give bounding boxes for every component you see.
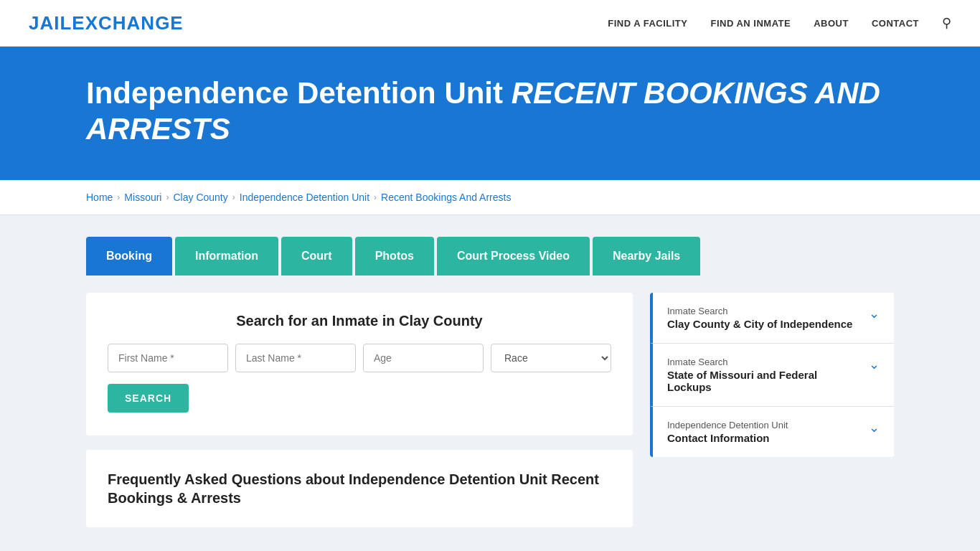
sidebar-item-label-0: Inmate Search <box>667 306 852 316</box>
age-input[interactable] <box>363 344 484 372</box>
chevron-down-icon-0: ⌄ <box>869 306 880 321</box>
breadcrumb: Home › Missouri › Clay County › Independ… <box>86 192 894 203</box>
breadcrumb-sep-3: › <box>232 192 235 202</box>
search-icon-button[interactable]: ⚲ <box>942 15 951 31</box>
hero-section: Independence Detention Unit RECENT BOOKI… <box>0 47 980 180</box>
breadcrumb-clay-county[interactable]: Clay County <box>173 192 227 203</box>
sidebar-item-inmate-search-clay[interactable]: Inmate Search Clay County & City of Inde… <box>650 293 894 344</box>
faq-title: Frequently Asked Questions about Indepen… <box>108 470 611 507</box>
search-title: Search for an Inmate in Clay County <box>108 313 611 329</box>
sidebar-card: Inmate Search Clay County & City of Inde… <box>650 293 894 457</box>
breadcrumb-home[interactable]: Home <box>86 192 113 203</box>
sidebar-item-label-2: Independence Detention Unit <box>667 420 788 430</box>
breadcrumb-sep-2: › <box>166 192 169 202</box>
nav-find-inmate[interactable]: FIND AN INMATE <box>710 18 791 29</box>
logo-exchange: EXCHANGE <box>72 12 183 34</box>
inmate-search-box: Search for an Inmate in Clay County Race… <box>86 293 633 435</box>
main-content: Booking Information Court Photos Court P… <box>0 215 980 551</box>
breadcrumb-current: Recent Bookings And Arrests <box>381 192 511 203</box>
content-main: Search for an Inmate in Clay County Race… <box>86 293 633 527</box>
logo-jail: JAIL <box>29 12 72 34</box>
last-name-input[interactable] <box>235 344 356 372</box>
sidebar-item-contact-info[interactable]: Independence Detention Unit Contact Info… <box>650 407 894 457</box>
search-button[interactable]: SEARCH <box>108 384 189 413</box>
sidebar-item-title-2: Contact Information <box>667 432 788 444</box>
site-logo[interactable]: JAILEXCHANGE <box>29 12 184 34</box>
chevron-down-icon-2: ⌄ <box>869 420 880 435</box>
site-header: JAILEXCHANGE FIND A FACILITY FIND AN INM… <box>0 0 980 47</box>
nav-about[interactable]: ABOUT <box>814 18 849 29</box>
search-fields: Race White Black Hispanic Asian Native A… <box>108 344 611 372</box>
breadcrumb-bar: Home › Missouri › Clay County › Independ… <box>0 180 980 215</box>
main-nav: FIND A FACILITY FIND AN INMATE ABOUT CON… <box>608 15 951 31</box>
breadcrumb-missouri[interactable]: Missouri <box>124 192 161 203</box>
breadcrumb-idu[interactable]: Independence Detention Unit <box>240 192 369 203</box>
tab-information[interactable]: Information <box>175 237 278 276</box>
breadcrumb-sep-1: › <box>117 192 120 202</box>
tab-nearby-jails[interactable]: Nearby Jails <box>593 237 700 276</box>
tab-photos[interactable]: Photos <box>355 237 434 276</box>
first-name-input[interactable] <box>108 344 228 372</box>
sidebar-item-inmate-search-missouri[interactable]: Inmate Search State of Missouri and Fede… <box>650 344 894 407</box>
page-title: Independence Detention Unit RECENT BOOKI… <box>86 75 894 148</box>
sidebar-item-title-0: Clay County & City of Independence <box>667 318 852 330</box>
breadcrumb-sep-4: › <box>374 192 377 202</box>
race-select[interactable]: Race White Black Hispanic Asian Native A… <box>491 344 611 372</box>
tab-court-process-video[interactable]: Court Process Video <box>437 237 590 276</box>
sidebar-item-label-1: Inmate Search <box>667 357 862 367</box>
nav-contact[interactable]: CONTACT <box>872 18 919 29</box>
nav-find-facility[interactable]: FIND A FACILITY <box>608 18 687 29</box>
faq-box: Frequently Asked Questions about Indepen… <box>86 450 633 527</box>
sidebar: Inmate Search Clay County & City of Inde… <box>650 293 894 457</box>
tab-bar: Booking Information Court Photos Court P… <box>86 237 894 276</box>
tab-court[interactable]: Court <box>281 237 352 276</box>
content-row: Search for an Inmate in Clay County Race… <box>86 293 894 527</box>
tab-booking[interactable]: Booking <box>86 237 172 276</box>
sidebar-item-title-1: State of Missouri and Federal Lockups <box>667 369 862 393</box>
chevron-down-icon-1: ⌄ <box>869 357 880 372</box>
